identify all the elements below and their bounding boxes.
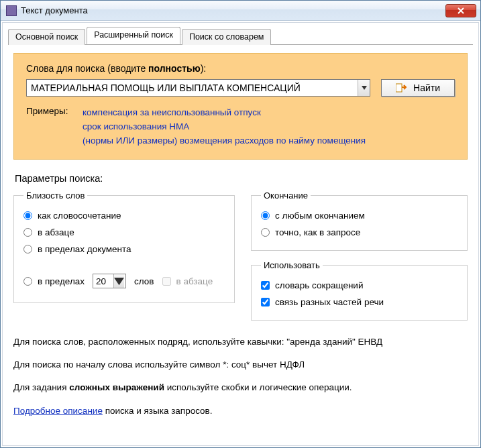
- radio-as-phrase-input[interactable]: [23, 211, 32, 220]
- search-label-prefix: Слова для поиска (вводите: [26, 63, 148, 74]
- radio-within-prefix: в пределах: [38, 276, 85, 286]
- radio-ending-exact-input[interactable]: [261, 228, 270, 237]
- hint-quotes: Для поиска слов, расположенных подряд, и…: [13, 335, 468, 349]
- check-abbrev[interactable]: словарь сокращений: [261, 277, 458, 294]
- within-in-paragraph-cb: [162, 277, 171, 286]
- radio-as-phrase-label: как словосочетание: [38, 211, 121, 221]
- radio-ending-any[interactable]: с любым окончанием: [261, 207, 458, 224]
- search-row: Найти: [26, 79, 455, 97]
- check-morph-input[interactable]: [261, 298, 270, 306]
- hint-complex-bold: сложных выражений: [69, 382, 164, 392]
- hint-link-suffix: поиска и языка запросов.: [103, 406, 213, 416]
- tab-content: Слова для поиска (вводите полностью): На…: [3, 45, 478, 445]
- hint-wildcard: Для поиска по началу слова используйте с…: [13, 358, 468, 372]
- group-use-legend: Использовать: [261, 260, 323, 270]
- radio-in-paragraph-input[interactable]: [23, 228, 32, 237]
- group-ending-legend: Окончание: [261, 190, 311, 201]
- tab-dictionary-search[interactable]: Поиск со словарем: [182, 29, 272, 45]
- examples-label: Примеры:: [26, 106, 73, 148]
- find-icon: [396, 83, 407, 93]
- examples-block: Примеры: компенсация за неиспользованный…: [26, 106, 455, 148]
- radio-within-input[interactable]: [23, 277, 32, 286]
- check-abbrev-label: словарь сокращений: [275, 280, 363, 290]
- within-in-paragraph-label: в абзаце: [176, 276, 213, 286]
- group-proximity-legend: Близость слов: [23, 190, 87, 201]
- example-line: компенсация за неиспользованный отпуск: [83, 106, 366, 120]
- radio-ending-exact-label: точно, как в запросе: [275, 227, 360, 237]
- chevron-down-icon: [114, 278, 124, 285]
- hints-block: Для поиска слов, расположенных подряд, и…: [13, 335, 468, 418]
- radio-as-phrase[interactable]: как словосочетание: [23, 207, 225, 224]
- check-abbrev-input[interactable]: [261, 281, 270, 290]
- within-spin-button[interactable]: [113, 274, 124, 288]
- close-icon: [458, 7, 464, 14]
- example-line: (нормы ИЛИ размеры) возмещения расходов …: [83, 134, 366, 148]
- examples-lines: компенсация за неиспользованный отпуск с…: [83, 106, 366, 148]
- radio-ending-any-input[interactable]: [261, 211, 270, 220]
- group-use: Использовать словарь сокращений связь ра…: [251, 260, 468, 321]
- hint-link-line: Подробное описание поиска и языка запрос…: [13, 404, 468, 418]
- group-proximity: Близость слов как словосочетание в абзац…: [13, 190, 235, 303]
- radio-in-document-label: в пределах документа: [38, 244, 131, 254]
- params-row: Близость слов как словосочетание в абзац…: [13, 190, 468, 321]
- close-button[interactable]: [445, 4, 476, 17]
- within-spinbox[interactable]: [93, 274, 126, 288]
- search-combo[interactable]: [26, 79, 370, 97]
- radio-within-suffix: слов: [134, 276, 154, 286]
- search-label-suffix: ):: [201, 63, 207, 74]
- radio-in-document[interactable]: в пределах документа: [23, 241, 225, 258]
- params-title: Параметры поиска:: [15, 173, 466, 184]
- group-ending: Окончание с любым окончанием точно, как …: [251, 190, 468, 251]
- check-morph-label: связь разных частей речи: [275, 297, 384, 307]
- find-button-label: Найти: [413, 82, 440, 93]
- client-area: Основной поиск Расширенный поиск Поиск с…: [2, 22, 479, 446]
- detailed-description-link[interactable]: Подробное описание: [13, 406, 103, 416]
- tab-extended-search[interactable]: Расширенный поиск: [87, 27, 180, 44]
- radio-in-paragraph-label: в абзаце: [38, 227, 74, 237]
- hint-complex-prefix: Для задания: [13, 382, 69, 392]
- hint-complex-suffix: используйте скобки и логические операции…: [164, 382, 352, 392]
- within-in-paragraph: в абзаце: [162, 273, 213, 290]
- svg-rect-0: [396, 84, 402, 92]
- window-frame: Текст документа Основной поиск Расширенн…: [0, 0, 481, 448]
- search-label-bold: полностью: [148, 63, 201, 74]
- search-label: Слова для поиска (вводите полностью):: [26, 63, 455, 74]
- window-title: Текст документа: [21, 5, 445, 15]
- search-panel: Слова для поиска (вводите полностью): На…: [13, 53, 468, 160]
- find-button[interactable]: Найти: [381, 79, 455, 97]
- radio-in-document-input[interactable]: [23, 245, 32, 254]
- example-line: срок использования НМА: [83, 120, 366, 134]
- within-value-input[interactable]: [93, 274, 113, 288]
- search-dropdown-button[interactable]: [358, 80, 370, 96]
- chevron-down-icon: [362, 86, 367, 90]
- hint-complex: Для задания сложных выражений используйт…: [13, 381, 468, 394]
- titlebar: Текст документа: [1, 1, 480, 21]
- radio-in-paragraph[interactable]: в абзаце: [23, 224, 225, 241]
- radio-ending-any-label: с любым окончанием: [275, 211, 365, 221]
- radio-ending-exact[interactable]: точно, как в запросе: [261, 224, 458, 241]
- search-input[interactable]: [27, 80, 358, 96]
- right-column: Окончание с любым окончанием точно, как …: [251, 190, 468, 321]
- check-morph[interactable]: связь разных частей речи: [261, 294, 458, 311]
- radio-within-row: в пределах слов в абзаце: [23, 270, 225, 293]
- tab-strip: Основной поиск Расширенный поиск Поиск с…: [3, 23, 478, 44]
- app-icon: [6, 5, 17, 16]
- tab-basic-search[interactable]: Основной поиск: [8, 29, 85, 45]
